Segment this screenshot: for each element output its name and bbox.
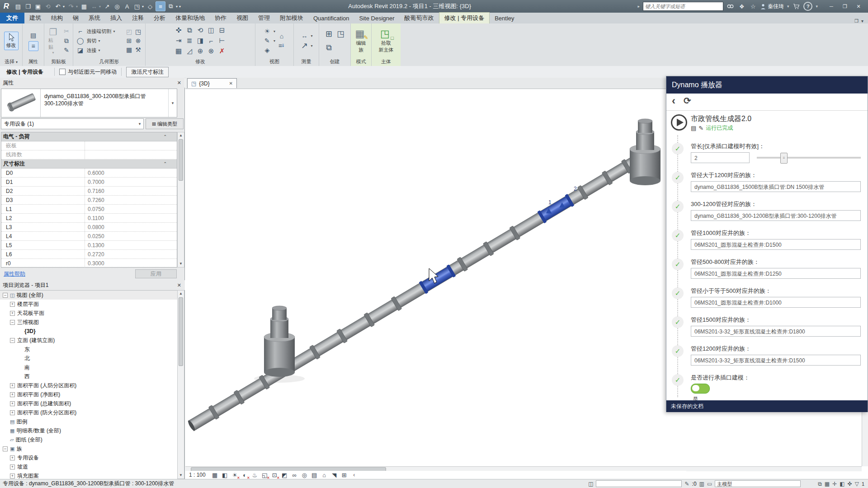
prop-row-D3[interactable]: D3 0.7260	[1, 196, 177, 205]
field-value-input[interactable]: 06MS201_圆形混凝土检查井:D1250	[691, 268, 861, 279]
tree-expander-icon[interactable]: –	[10, 320, 15, 325]
project-browser-close-icon[interactable]: ✕	[177, 282, 181, 288]
minimize-button[interactable]: ─	[825, 1, 838, 12]
prop-row-r0[interactable]: r0 0.3000	[1, 259, 177, 268]
ribbon-cycle-icon[interactable]: ❐	[854, 19, 859, 23]
thin-lines-icon[interactable]: ≡	[156, 1, 165, 11]
tree-area-civil-defense[interactable]: + 面积平面 (人防分区面积)	[0, 381, 177, 390]
tab-manage[interactable]: 管理	[253, 13, 275, 23]
profile-edit-icon[interactable]: ▦	[125, 45, 134, 54]
offset-icon[interactable]: ≣	[184, 36, 195, 46]
history-icon[interactable]: ▥	[699, 481, 704, 487]
section-icon[interactable]: ◇	[146, 2, 155, 11]
tree-elevation-south[interactable]: 南	[0, 363, 177, 372]
override-graphics-button[interactable]: ✎▾	[263, 36, 275, 45]
align-icon[interactable]: ⇥	[173, 36, 184, 46]
tree-elevations[interactable]: – 立面 (建筑立面)	[0, 336, 177, 345]
search-input[interactable]	[643, 2, 723, 11]
tab-view[interactable]: 视图	[231, 13, 253, 23]
tab-steel[interactable]: 钢	[68, 13, 84, 23]
view-scale-button[interactable]: 1 : 100	[189, 472, 209, 478]
measure-caret-icon[interactable]: ▾	[98, 2, 102, 11]
dynamo-player-title[interactable]: Dynamo 播放器	[666, 76, 868, 94]
panel-properties-label[interactable]: 属性	[23, 58, 44, 66]
panel-select-label[interactable]: 选择 ▾	[0, 58, 22, 66]
ribbon-minimize-caret-icon[interactable]: ▾	[861, 19, 863, 23]
selection-box-button[interactable]: ◈	[263, 46, 275, 55]
cope-button[interactable]: ⌐连接端切割▾	[76, 27, 123, 36]
copy-element-icon[interactable]: ⧉	[184, 25, 195, 36]
tab-addins[interactable]: 附加模块	[275, 13, 308, 23]
lock-3d-view-icon[interactable]: ◩	[280, 471, 289, 479]
delete-icon[interactable]: ✗	[217, 46, 227, 56]
tab-suanputao-municipal[interactable]: 酸葡萄市政	[400, 13, 439, 23]
legend-component-icon[interactable]: ⊞	[325, 29, 334, 38]
app-store-cart-icon[interactable]	[792, 2, 800, 10]
worksets-icon[interactable]: ◫	[588, 481, 593, 487]
tree-views-all[interactable]: – ◫ 视图 (全部)	[0, 291, 177, 300]
tab-systems[interactable]: 系统	[84, 13, 105, 23]
tree-area-gross[interactable]: + 面积平面 (总建筑面积)	[0, 399, 177, 408]
unjoin-icon[interactable]: ⊞	[125, 36, 134, 45]
tree-expander-icon[interactable]: +	[10, 383, 15, 388]
pin-icon[interactable]: ⊕	[195, 46, 206, 56]
trim-corner-icon[interactable]: ⌐	[206, 36, 217, 46]
options-icon[interactable]: ▭	[707, 481, 712, 487]
prop-row-L4[interactable]: L4 0.0250	[1, 232, 177, 241]
demolish-icon[interactable]: ⚒	[134, 45, 143, 54]
select-underlay-toggle-icon[interactable]: ▦	[825, 481, 830, 487]
prop-row-L6[interactable]: L6 0.2720	[1, 250, 177, 259]
sun-path-icon[interactable]: ☀	[231, 471, 239, 479]
prop-row-L1[interactable]: L1 0.0750	[1, 205, 177, 214]
prop-row-L5[interactable]: L5 0.1300	[1, 241, 177, 250]
tree-3d-views[interactable]: – 三维视图	[0, 318, 177, 327]
shadows-icon[interactable]: ◐	[241, 471, 249, 479]
viewbar-expand-icon[interactable]: ‹	[350, 471, 359, 479]
file-home-icon[interactable]: ▤	[14, 2, 23, 11]
tab-bentley[interactable]: Bentley	[490, 13, 519, 23]
temporary-view-properties-icon[interactable]: ▤	[310, 471, 319, 479]
manhole-well-upper[interactable]	[630, 119, 660, 185]
tree-families[interactable]: – ▣ 族	[0, 444, 177, 453]
edit-family-button[interactable]: ▦✎ 编辑 族	[353, 27, 369, 55]
beam-joins-icon[interactable]: ◳	[134, 27, 143, 36]
field-slider[interactable]: ≡	[757, 152, 861, 163]
field-value-input[interactable]: 06MS201-3-32_矩形直线混凝土检查井:D1800	[691, 326, 861, 337]
analytical-model-icon[interactable]: ⌂	[320, 471, 329, 479]
tab-collaborate[interactable]: 协作	[210, 13, 231, 23]
properties-scrollbar[interactable]: ▲ ▼	[177, 132, 184, 267]
run-script-button[interactable]	[670, 113, 688, 131]
field-value-input[interactable]: 06MS201-3-32_矩形直线混凝土检查井:D1500	[691, 355, 861, 366]
drag-on-selection-toggle-icon[interactable]: ✜	[848, 481, 852, 487]
revit-logo[interactable]: R	[2, 2, 11, 11]
customize-qat-icon[interactable]: ▾	[178, 2, 182, 11]
field-value-input[interactable]: dynamo_GB11836_1500B型承插口管:DN 1500排水管	[691, 181, 861, 192]
user-menu-caret-icon[interactable]: ▾	[787, 4, 789, 9]
join-geometry-button[interactable]: ◪连接▾	[76, 46, 123, 55]
move-icon[interactable]: ✜	[173, 25, 184, 36]
tree-expander-icon[interactable]: +	[10, 302, 15, 307]
undo-icon[interactable]: ↶	[53, 2, 62, 11]
tree-expander-icon[interactable]: +	[10, 455, 15, 460]
array-icon[interactable]: ▦	[173, 46, 184, 56]
field-value-input[interactable]: 06MS201_圆形混凝土检查井:D1000	[691, 297, 861, 308]
field-value-input[interactable]: 06MS201_圆形混凝土检查井:D1500	[691, 239, 861, 250]
favorites-icon[interactable]: ☆	[749, 2, 757, 10]
script-outputs-icon[interactable]: ▤	[691, 125, 696, 131]
view-tab-close-icon[interactable]: ✕	[229, 81, 233, 86]
measure-between-button[interactable]: ↔▾	[300, 31, 312, 40]
prop-row-L2[interactable]: L2 0.1100	[1, 214, 177, 223]
tree-elevation-east[interactable]: 东	[0, 345, 177, 354]
tree-area-net[interactable]: + 面积平面 (净面积)	[0, 390, 177, 399]
detail-level-icon[interactable]: ▦	[211, 471, 219, 479]
highlight-displacement-icon[interactable]: ◥	[330, 471, 339, 479]
tag-icon[interactable]: ◎	[113, 2, 122, 11]
match-type-icon[interactable]: ✎	[62, 46, 71, 55]
create-similar-icon[interactable]: ⧉	[325, 43, 334, 52]
edit-script-icon[interactable]: ✎	[698, 125, 703, 131]
tree-schedules[interactable]: ▦ 明细表/数量 (全部)	[0, 426, 177, 435]
tree-expander-icon[interactable]: +	[10, 401, 15, 406]
redo-caret-icon[interactable]: ▾	[75, 2, 79, 11]
properties-palette-toggle[interactable]: ≡	[28, 41, 38, 51]
tree-sheets[interactable]: ▱ 图纸 (全部)	[0, 435, 177, 444]
